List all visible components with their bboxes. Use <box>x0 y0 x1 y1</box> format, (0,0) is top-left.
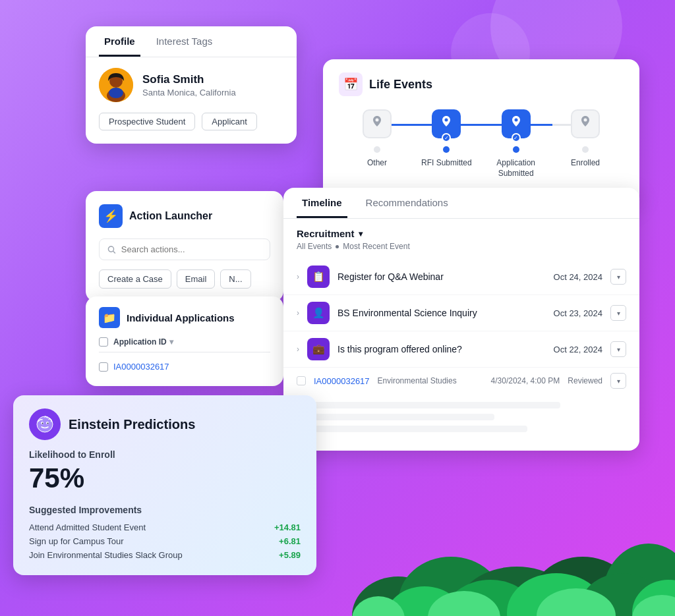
profile-location: Santa Monica, California <box>142 88 236 98</box>
einstein-header: Einstein Predictions <box>29 408 301 440</box>
event-date-1: Oct 24, 2024 <box>554 272 602 282</box>
label-rfi: RFI Submitted <box>421 158 472 169</box>
search-box[interactable] <box>99 238 270 260</box>
folder-icon: 📁 <box>99 307 120 328</box>
tab-interest-tags[interactable]: Interest Tags <box>151 26 218 57</box>
expand-arrow-3[interactable]: › <box>297 345 299 354</box>
tab-timeline[interactable]: Timeline <box>297 188 347 218</box>
event-icon-2: 👤 <box>307 302 330 324</box>
sort-icon: ▾ <box>169 337 173 347</box>
app-row-chevron[interactable]: ▾ <box>610 373 626 389</box>
create-case-button[interactable]: Create a Case <box>99 269 171 289</box>
likelihood-pct: 75% <box>29 462 301 494</box>
email-button[interactable]: Email <box>177 269 216 289</box>
suggestion-row-2: Sign up for Campus Tour +6.81 <box>29 534 301 548</box>
pin-enrolled <box>571 109 600 138</box>
life-events-title: Life Events <box>369 78 432 92</box>
label-enrolled: Enrolled <box>571 158 600 169</box>
action-launcher-card: ⚡ Action Launcher Create a Case Email N.… <box>86 191 283 302</box>
svg-point-18 <box>108 246 113 251</box>
label-application: Application Submitted <box>490 158 543 179</box>
event-date-3: Oct 22, 2024 <box>554 345 602 354</box>
svg-point-23 <box>42 423 44 424</box>
timeline-track: Other ✓ RFI Submitted ✓ <box>344 109 618 179</box>
more-button[interactable]: N... <box>220 269 250 289</box>
individual-applications-card: 📁 Individual Applications Application ID… <box>86 296 283 386</box>
app-row-status: Reviewed <box>568 376 602 385</box>
timeline-step-enrolled: Enrolled <box>559 109 612 169</box>
svg-point-24 <box>47 423 49 424</box>
suggestion-text-1: Attend Admitted Student Event <box>29 522 146 532</box>
dot-enrolled <box>582 146 589 153</box>
search-input[interactable] <box>121 244 262 254</box>
timeline-event-row-2: › 👤 BS Environmental Science Inquiry Oct… <box>283 295 639 331</box>
profile-name-location: Sofia Smith Santa Monica, California <box>142 73 236 98</box>
app-row-checkbox[interactable] <box>297 376 306 385</box>
suggestion-score-3: +5.89 <box>279 550 301 560</box>
check-dot-rfi: ✓ <box>442 133 451 142</box>
profile-card: Profile Interest Tags Sofia Smith Santa … <box>86 26 297 144</box>
applications-title: Individual Applications <box>127 312 235 323</box>
lightning-icon: ⚡ <box>99 204 123 228</box>
suggestion-text-2: Sign up for Campus Tour <box>29 536 124 546</box>
event-icon-3: 💼 <box>307 338 330 360</box>
badge-applicant: Applicant <box>202 113 256 130</box>
action-buttons: Create a Case Email N... <box>99 269 270 289</box>
timeline-event-row-1: › 📋 Register for Q&A Webinar Oct 24, 202… <box>283 259 639 295</box>
app-table-header: Application ID ▾ <box>99 337 270 352</box>
suggestions-label: Suggested Improvements <box>29 505 301 515</box>
action-launcher-title: Action Launcher <box>129 210 212 222</box>
applications-header: 📁 Individual Applications <box>99 307 270 328</box>
timeline-step-application: ✓ Application Submitted <box>490 109 543 179</box>
timeline-section-label: Recruitment ▾ <box>283 219 639 242</box>
action-launcher-header: ⚡ Action Launcher <box>99 204 270 228</box>
dropdown-arrow-icon[interactable]: ▾ <box>359 229 363 238</box>
profile-tabs: Profile Interest Tags <box>86 26 297 57</box>
svg-line-19 <box>113 251 115 253</box>
timeline-event-row-3: › 💼 Is this program offered online? Oct … <box>283 331 639 368</box>
profile-badges: Prospective Student Applicant <box>86 113 297 130</box>
einstein-card: Einstein Predictions Likelihood to Enrol… <box>13 395 316 575</box>
timeline-step-other: Other <box>351 109 403 169</box>
event-chevron-2[interactable]: ▾ <box>610 305 626 321</box>
calendar-icon: 📅 <box>339 72 363 96</box>
dot-other <box>374 146 380 153</box>
life-events-card: 📅 Life Events Other <box>323 59 639 205</box>
svg-point-17 <box>109 88 123 98</box>
timeline-card: Timeline Recommendations Recruitment ▾ A… <box>283 188 639 451</box>
search-icon <box>107 245 116 254</box>
event-chevron-1[interactable]: ▾ <box>610 269 626 285</box>
suggestion-text-3: Join Environmental Studies Slack Group <box>29 550 183 560</box>
event-chevron-3[interactable]: ▾ <box>610 341 626 357</box>
app-row-subject: Environmental Studies <box>378 376 483 385</box>
suggestion-row-3: Join Environmental Studies Slack Group +… <box>29 548 301 562</box>
application-id-link[interactable]: IA0000032617 <box>113 362 169 372</box>
row-checkbox[interactable] <box>99 362 108 372</box>
tab-profile[interactable]: Profile <box>99 26 140 57</box>
app-table-row: IA0000032617 <box>99 358 270 376</box>
dot-application <box>513 146 519 153</box>
tab-recommendations[interactable]: Recommendations <box>361 188 454 218</box>
life-events-header: 📅 Life Events <box>339 72 624 96</box>
event-title-2: BS Environmental Science Inquiry <box>338 308 546 318</box>
app-col-application-id: Application ID ▾ <box>113 337 173 347</box>
einstein-title: Einstein Predictions <box>69 417 195 432</box>
app-row-date: 4/30/2024, 4:00 PM <box>491 376 560 385</box>
event-date-2: Oct 23, 2024 <box>554 308 602 318</box>
timeline-card-tabs: Timeline Recommendations <box>283 188 639 219</box>
likelihood-label: Likelihood to Enroll <box>29 449 301 460</box>
event-title-3: Is this program offered online? <box>338 344 546 354</box>
avatar <box>99 68 133 102</box>
timeline-step-rfi: ✓ RFI Submitted <box>420 109 473 169</box>
pin-rfi: ✓ <box>432 109 461 138</box>
expand-arrow-1[interactable]: › <box>297 272 299 281</box>
timeline-filter: All Events Most Recent Event <box>283 242 639 259</box>
app-row-id[interactable]: IA0000032617 <box>314 376 370 386</box>
suggestion-score-2: +6.81 <box>279 536 301 546</box>
suggestion-score-1: +14.81 <box>274 522 301 532</box>
event-icon-1: 📋 <box>307 266 330 288</box>
select-all-checkbox[interactable] <box>99 337 108 347</box>
expand-arrow-2[interactable]: › <box>297 308 299 318</box>
profile-info: Sofia Smith Santa Monica, California <box>86 68 297 102</box>
pin-other <box>363 109 392 138</box>
